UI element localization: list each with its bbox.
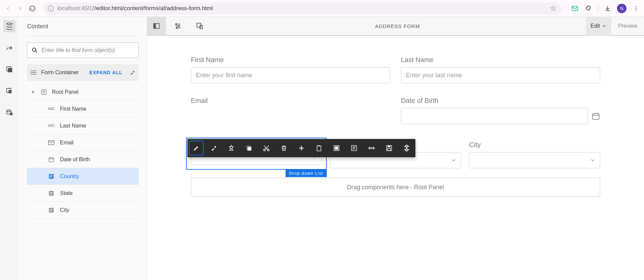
toolbar-group-icon[interactable]: [328, 139, 345, 157]
svg-rect-24: [50, 192, 53, 193]
svg-rect-9: [10, 113, 12, 115]
tree-item-dob[interactable]: Date of Birth: [27, 151, 139, 168]
last-name-label: Last Name: [401, 56, 600, 64]
svg-rect-25: [50, 193, 53, 194]
component-type-badge: Drop-down List: [286, 169, 326, 177]
tree-item-email[interactable]: Email: [27, 134, 139, 151]
component-toolbar: [187, 139, 415, 157]
toolbar-copy-icon[interactable]: [240, 139, 258, 157]
form-tree: ▾ Root Panel ABC First Name ABC Last Nam…: [27, 84, 139, 219]
editor-topbar: ADDRESS FORM Edit Preview: [147, 17, 644, 36]
toolbar-parent-icon[interactable]: [345, 139, 363, 157]
rail-properties-icon[interactable]: [3, 42, 16, 54]
tree-item-country[interactable]: Country: [27, 168, 139, 185]
tree-item-last-name[interactable]: ABC Last Name: [27, 117, 139, 134]
content-sidebar: Content Form Container EXPAND ALL ▾ Root…: [19, 17, 147, 280]
form-container-header[interactable]: Form Container EXPAND ALL: [27, 64, 139, 81]
chevron-down-icon: [450, 157, 457, 163]
rail-datasources-icon[interactable]: [3, 107, 16, 119]
mode-edit-dropdown[interactable]: Edit: [586, 17, 612, 35]
extensions-icon[interactable]: [584, 4, 592, 12]
form-canvas: First Name Last Name Email Date of Birth: [147, 36, 644, 280]
svg-point-38: [176, 27, 178, 29]
svg-point-8: [7, 110, 11, 112]
tree-item-city[interactable]: City: [27, 202, 139, 219]
svg-rect-50: [248, 147, 251, 150]
left-rail: [0, 17, 19, 280]
toolbar-configure-icon[interactable]: [205, 139, 223, 157]
downloads-icon[interactable]: [604, 4, 612, 12]
calendar-icon[interactable]: [591, 112, 600, 120]
dob-label: Date of Birth: [401, 97, 600, 105]
svg-rect-30: [50, 211, 52, 212]
toolbar-paste-icon[interactable]: [310, 139, 328, 157]
svg-point-3: [636, 9, 637, 10]
field-last-name[interactable]: Last Name: [401, 56, 600, 83]
mode-edit-label: Edit: [591, 23, 600, 29]
form-container-label: Form Container: [41, 69, 85, 76]
svg-rect-22: [50, 177, 52, 178]
reload-button[interactable]: [28, 4, 36, 12]
side-panel-toggle-icon[interactable]: [147, 17, 166, 35]
page-properties-icon[interactable]: [169, 17, 187, 35]
tree-item-first-name[interactable]: ABC First Name: [27, 101, 139, 117]
mail-indicator-icon[interactable]: [571, 4, 579, 12]
svg-rect-53: [317, 146, 321, 151]
toolbar-replace-icon[interactable]: [398, 139, 415, 157]
url-bar[interactable]: i localhost:4502/editor.html/content/for…: [43, 2, 561, 15]
url-text: localhost:4502/editor.html/content/forms…: [57, 5, 213, 12]
tree-item-state[interactable]: State: [27, 185, 139, 202]
search-form-objects[interactable]: [27, 43, 139, 58]
kebab-menu-icon[interactable]: [632, 4, 640, 12]
svg-point-35: [178, 25, 179, 27]
forward-button[interactable]: [16, 4, 24, 12]
tree-item-label: City: [60, 207, 69, 213]
date-icon: [47, 157, 55, 163]
configure-form-icon[interactable]: [130, 70, 135, 75]
toolbar-rules-icon[interactable]: [223, 139, 240, 157]
svg-point-10: [32, 48, 36, 51]
toolbar-edit-icon[interactable]: [189, 141, 204, 156]
chevron-down-icon: [602, 24, 607, 28]
text-field-icon: ABC: [47, 107, 55, 111]
svg-rect-42: [592, 113, 599, 119]
mode-preview-button[interactable]: Preview: [611, 23, 644, 29]
toolbar-cut-icon[interactable]: [258, 139, 275, 157]
tree-root-panel[interactable]: ▾ Root Panel: [27, 84, 139, 101]
field-email[interactable]: Email: [191, 97, 390, 124]
svg-rect-7: [8, 90, 11, 93]
tree-item-label: Country: [60, 173, 79, 179]
first-name-input[interactable]: [191, 67, 390, 83]
dropdown-icon: [47, 190, 55, 196]
emulator-icon[interactable]: [190, 17, 209, 35]
field-dob[interactable]: Date of Birth: [401, 97, 600, 124]
city-select[interactable]: [469, 152, 600, 168]
dropdown-icon: [47, 173, 55, 179]
svg-rect-26: [50, 194, 52, 195]
rail-components-icon[interactable]: [3, 85, 16, 97]
field-city[interactable]: City: [469, 141, 600, 168]
browser-chrome: i localhost:4502/editor.html/content/for…: [0, 0, 644, 17]
bookmark-star-icon[interactable]: ☆: [550, 4, 557, 13]
toolbar-delete-icon[interactable]: [275, 139, 293, 157]
expand-all-button[interactable]: EXPAND ALL: [89, 70, 122, 75]
svg-rect-56: [335, 147, 338, 149]
dob-input[interactable]: [401, 108, 588, 124]
svg-point-1: [636, 6, 637, 7]
caret-down-icon[interactable]: ▾: [30, 90, 36, 94]
toolbar-save-icon[interactable]: [380, 139, 398, 157]
field-first-name[interactable]: First Name: [191, 56, 390, 83]
chrome-divider: [598, 5, 598, 12]
rail-content-icon[interactable]: [3, 20, 16, 32]
svg-point-61: [371, 148, 371, 148]
rail-assets-icon[interactable]: [3, 63, 16, 76]
site-info-icon[interactable]: i: [48, 5, 54, 11]
drop-zone-root-panel[interactable]: Drag components here - Root Panel: [191, 178, 600, 197]
toolbar-code-icon[interactable]: [363, 139, 380, 157]
profile-avatar[interactable]: N: [617, 4, 626, 13]
search-input[interactable]: [41, 47, 134, 53]
toolbar-insert-icon[interactable]: [293, 139, 310, 157]
last-name-input[interactable]: [401, 67, 600, 83]
back-button[interactable]: [4, 4, 12, 12]
email-label: Email: [191, 97, 390, 105]
